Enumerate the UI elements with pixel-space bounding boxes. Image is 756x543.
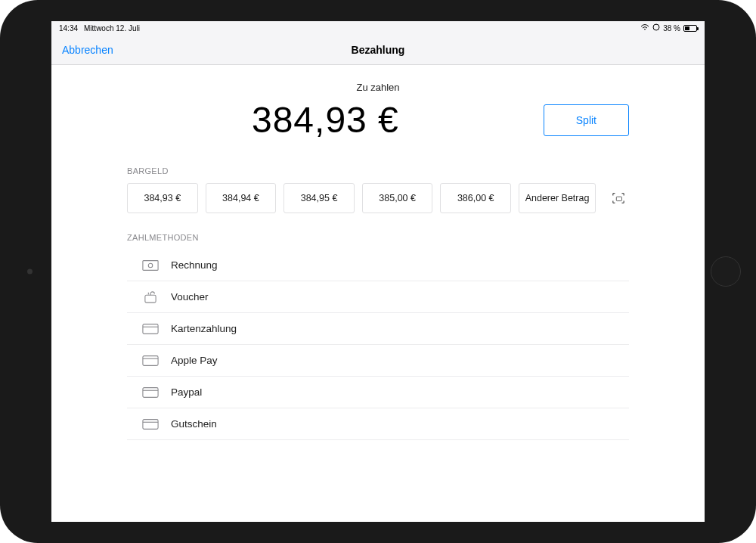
payment-method-row[interactable]: Voucher bbox=[127, 281, 629, 313]
status-date: Mittwoch 12. Juli bbox=[84, 24, 140, 33]
nav-bar: Abbrechen Bezahlung bbox=[51, 35, 705, 65]
svg-rect-5 bbox=[143, 324, 158, 334]
page-title: Bezahlung bbox=[352, 44, 405, 56]
payment-method-label: Gutschein bbox=[171, 418, 217, 430]
payment-method-row[interactable]: Paypal bbox=[127, 377, 629, 408]
cancel-button[interactable]: Abbrechen bbox=[62, 44, 113, 56]
cash-option[interactable]: 384,93 € bbox=[127, 183, 198, 213]
cash-section: BARGELD 384,93 € 384,94 € 384,95 € 385,0… bbox=[51, 166, 705, 213]
rotation-lock-icon bbox=[652, 23, 660, 33]
screen: 14:34 Mittwoch 12. Juli 38 % Abbrechen B… bbox=[51, 21, 705, 522]
card-icon bbox=[142, 418, 159, 430]
payment-subtitle: Zu zahlen bbox=[51, 82, 705, 93]
invoice-icon bbox=[142, 259, 159, 272]
content: Zu zahlen 384,93 € Split BARGELD 384,93 … bbox=[51, 65, 705, 522]
svg-rect-1 bbox=[616, 197, 621, 200]
battery-percent: 38 % bbox=[663, 24, 680, 33]
device-frame: 14:34 Mittwoch 12. Juli 38 % Abbrechen B… bbox=[0, 0, 756, 543]
payment-method-label: Voucher bbox=[171, 291, 209, 303]
payment-method-row[interactable]: Kartenzahlung bbox=[127, 313, 629, 345]
svg-rect-2 bbox=[143, 260, 158, 270]
svg-rect-11 bbox=[143, 419, 158, 429]
cash-option-other[interactable]: Anderer Betrag bbox=[519, 183, 596, 213]
cash-options-row: 384,93 € 384,94 € 384,95 € 385,00 € 386,… bbox=[127, 183, 629, 213]
battery-icon bbox=[683, 25, 697, 32]
svg-rect-7 bbox=[143, 355, 158, 365]
svg-rect-9 bbox=[143, 387, 158, 397]
payment-method-row[interactable]: Gutschein bbox=[127, 408, 629, 440]
payment-method-row[interactable]: Apple Pay bbox=[127, 345, 629, 377]
voucher-icon bbox=[142, 291, 159, 303]
card-icon bbox=[142, 323, 159, 335]
payment-method-label: Apple Pay bbox=[171, 355, 218, 366]
svg-point-0 bbox=[653, 24, 659, 30]
barcode-scan-button[interactable] bbox=[608, 191, 629, 205]
wifi-icon bbox=[640, 23, 649, 33]
payment-method-row[interactable]: Rechnung bbox=[127, 250, 629, 281]
status-time: 14:34 bbox=[59, 24, 78, 33]
cash-option[interactable]: 384,95 € bbox=[284, 183, 355, 213]
payment-header: Zu zahlen 384,93 € Split bbox=[51, 65, 705, 141]
svg-rect-4 bbox=[145, 295, 156, 303]
payment-methods-section: ZAHLMETHODEN RechnungVoucherKartenzahlun… bbox=[51, 233, 705, 440]
payment-amount: 384,93 € bbox=[252, 99, 399, 141]
payment-method-label: Rechnung bbox=[171, 259, 218, 271]
split-button[interactable]: Split bbox=[544, 104, 629, 136]
barcode-icon bbox=[612, 191, 625, 205]
cash-option[interactable]: 385,00 € bbox=[362, 183, 433, 213]
cash-option[interactable]: 386,00 € bbox=[440, 183, 511, 213]
payment-method-label: Paypal bbox=[171, 386, 202, 398]
card-icon bbox=[142, 386, 159, 399]
svg-point-3 bbox=[148, 263, 153, 268]
methods-section-label: ZAHLMETHODEN bbox=[127, 233, 629, 242]
home-button[interactable] bbox=[711, 256, 741, 287]
cash-option[interactable]: 384,94 € bbox=[206, 183, 277, 213]
card-icon bbox=[142, 355, 159, 367]
device-camera bbox=[27, 269, 33, 275]
payment-method-label: Kartenzahlung bbox=[171, 323, 237, 334]
cash-section-label: BARGELD bbox=[127, 166, 629, 175]
status-bar: 14:34 Mittwoch 12. Juli 38 % bbox=[51, 21, 705, 35]
